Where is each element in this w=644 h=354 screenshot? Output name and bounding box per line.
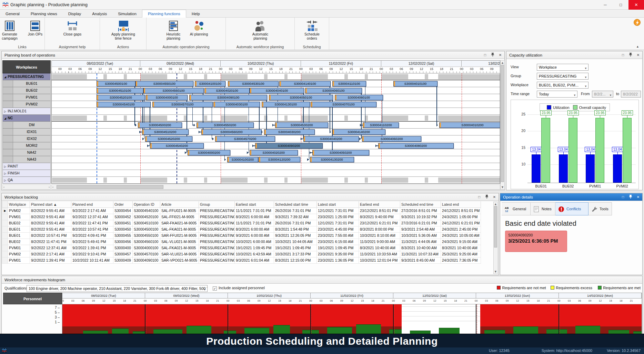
tab-notes[interactable]: Notes: [531, 202, 555, 215]
tree-collapsed-icon[interactable]: ▷: [4, 110, 6, 113]
gantt-bar[interactable]: S30004100200: [227, 157, 259, 162]
gantt-bar[interactable]: S30004050100: [269, 95, 333, 100]
gantt-row-pvm02[interactable]: PVM02: [2, 101, 51, 108]
scroll-left-icon[interactable]: ‹: [52, 185, 53, 189]
gantt-bar[interactable]: S30004570200: [215, 136, 275, 142]
panel-maximize-icon[interactable]: □: [620, 52, 626, 58]
column-header-earliest-end[interactable]: Earliest end: [359, 201, 400, 208]
gantt-bar[interactable]: S30004010100: [393, 81, 437, 87]
menu-tab-simulation[interactable]: Simulation: [112, 10, 142, 18]
panel-maximize-icon[interactable]: □: [482, 52, 488, 58]
table-row[interactable]: BUE028/2/2022 11:47:41 PM9/2/2022 5:49:4…: [2, 239, 481, 245]
gantt-bar[interactable]: S30004570100: [152, 102, 213, 107]
tree-collapsed-icon[interactable]: ▷: [4, 179, 6, 182]
panel-pin-icon[interactable]: [628, 194, 633, 200]
column-header-article[interactable]: Article: [160, 201, 199, 208]
gantt-row-pressurecasting[interactable]: ◢PRESSURECASTING: [2, 73, 51, 80]
gantt-bar[interactable]: S30004140200: [332, 129, 385, 135]
gantt-bar[interactable]: S30004080100: [335, 95, 383, 100]
panel-pin-icon[interactable]: [628, 52, 633, 58]
column-header-group[interactable]: Group: [199, 201, 235, 208]
qualifications-dropdown[interactable]: 100 Engine driver, 200 Machine operator,…: [27, 285, 208, 292]
from-date-dropdown[interactable]: 8/2/2...▼: [592, 91, 613, 98]
column-header-planned-start[interactable]: Planned start ▲: [30, 201, 71, 208]
menu-tab-analysis[interactable]: Analysis: [87, 10, 112, 18]
column-header-workplace[interactable]: Workplace: [8, 201, 30, 208]
gantt-bar[interactable]: S30004070100: [311, 102, 376, 107]
capacity-bar-overall-capacity[interactable]: [623, 118, 632, 183]
tree-collapsed-icon[interactable]: ▷: [4, 172, 6, 175]
capacity-workplace-dropdown[interactable]: BUE01, BUE02, PVM...▼: [537, 82, 588, 89]
table-row[interactable]: BUE028/2/2022 9:55:41 AM8/2/2022 11:47:4…: [2, 220, 481, 226]
gantt-row-inj.mold1[interactable]: ▷INJ.MOLD1: [2, 108, 51, 115]
capacity-bar-overall-capacity[interactable]: [541, 118, 550, 183]
gantt-bar[interactable]: S30004000200: [188, 150, 230, 155]
column-header-scheduled-end-time[interactable]: Scheduled end time: [400, 201, 441, 208]
help-indicator-icon[interactable]: [634, 19, 641, 26]
column-header-latest-end[interactable]: Latest end: [441, 201, 481, 208]
panel-pin-icon[interactable]: [490, 52, 495, 58]
menu-tab-help[interactable]: Help: [186, 10, 205, 18]
table-row[interactable]: PVM019/2/2022 1:39:41 PM10/2/2022 10:11:…: [2, 257, 481, 263]
gantt-bar[interactable]: S30004540200: [150, 143, 204, 149]
gantt-bar[interactable]: S30004080200: [378, 143, 454, 149]
left-panel-scrollbar[interactable]: ‹›: [2, 184, 51, 190]
gantt-bar[interactable]: S30004130200: [310, 157, 354, 162]
menu-tab-general[interactable]: General: [0, 10, 25, 18]
collapse-panel-icon[interactable]: ▲: [636, 45, 639, 48]
scroll-right-icon[interactable]: ›: [49, 185, 50, 189]
to-date-dropdown[interactable]: 8/2/2022: [621, 91, 641, 98]
gantt-bar[interactable]: S30004060100: [305, 88, 362, 93]
menu-tab-planning-views[interactable]: Planning views: [25, 10, 63, 18]
gantt-bar[interactable]: S30004550100: [135, 81, 193, 87]
scrollbar-thumb[interactable]: [57, 185, 163, 189]
gantt-row-idx02[interactable]: IDX02: [2, 135, 51, 142]
ribbon-button-workforce[interactable]: Automatic planning: [248, 19, 273, 43]
column-header-earliest-start[interactable]: Earliest start: [235, 201, 274, 208]
conflict-item[interactable]: S30004090200 3/25/2021 6:36:05 PM: [505, 231, 567, 252]
gantt-vertical-scrollbar[interactable]: ▲▼: [500, 60, 505, 190]
table-row[interactable]: BUE018/2/2022 10:57:41 PM9/2/2022 4:09:4…: [2, 232, 481, 239]
panel-maximize-icon[interactable]: □: [620, 194, 626, 200]
panel-close-icon[interactable]: ✕: [635, 194, 641, 200]
tree-expanded-icon[interactable]: ◢: [4, 117, 6, 120]
gantt-row-dm[interactable]: DM: [2, 122, 51, 129]
gantt-bar[interactable]: S30004550200: [197, 122, 253, 128]
gantt-row-idx01[interactable]: IDX01: [2, 129, 51, 135]
ribbon-button-join-ops[interactable]: Join OPs: [22, 19, 48, 43]
gantt-row-na43[interactable]: NA43: [2, 156, 51, 163]
gantt-bar[interactable]: S30004030100: [213, 102, 260, 107]
gantt-bar[interactable]: S30004560200: [201, 129, 262, 135]
gantt-bar[interactable]: S30004520100: [97, 95, 145, 100]
gantt-bar[interactable]: S30004540100: [97, 102, 151, 107]
column-header-latest-start[interactable]: Latest start: [317, 201, 359, 208]
menu-tab-display[interactable]: Display: [63, 10, 87, 18]
capacity-group-dropdown[interactable]: PRESSURECASTING▼: [537, 73, 588, 80]
gantt-bar[interactable]: S30004030200: [264, 129, 315, 135]
capacity-bar-utilization[interactable]: [586, 154, 595, 183]
gantt-bar[interactable]: S30004040100: [250, 88, 304, 93]
capacity-bar-utilization[interactable]: [613, 154, 622, 183]
tree-collapsed-icon[interactable]: ▷: [4, 165, 6, 168]
gantt-bar[interactable]: S30004100100: [195, 81, 225, 87]
gantt-bar[interactable]: S30004020100: [204, 88, 249, 93]
menu-tab-planning-functions[interactable]: Planning functions: [142, 10, 186, 18]
scroll-up-icon[interactable]: ▲: [501, 61, 504, 64]
gantt-row-bue02[interactable]: BUE02: [2, 87, 51, 94]
ribbon-button-generate-campaign[interactable]: Generate campaign: [0, 19, 22, 43]
capacity-bar-overall-capacity[interactable]: [568, 118, 577, 183]
column-header-order[interactable]: Order: [113, 201, 133, 208]
column-header-operation-id[interactable]: Operation ID: [133, 201, 160, 208]
panel-pin-icon[interactable]: [484, 194, 490, 200]
capacity-time-range-dropdown[interactable]: Today▼: [537, 91, 577, 98]
gantt-bar[interactable]: S30004020200: [250, 150, 298, 155]
scroll-up-icon[interactable]: ▲: [494, 202, 497, 206]
gantt-row-bue01[interactable]: BUE01: [2, 80, 51, 87]
column-header-scheduled-start-time[interactable]: Scheduled start time: [274, 201, 317, 208]
scroll-down-icon[interactable]: ▼: [501, 185, 504, 189]
gantt-row-na42[interactable]: NA42: [2, 149, 51, 156]
gantt-bar-selected[interactable]: S30004090200: [255, 143, 323, 149]
backlog-vertical-scrollbar[interactable]: ▲▼: [493, 202, 498, 274]
gantt-bar[interactable]: S30004520200: [145, 136, 192, 142]
ribbon-button-time-fence[interactable]: Apply planning time fence: [111, 19, 136, 43]
